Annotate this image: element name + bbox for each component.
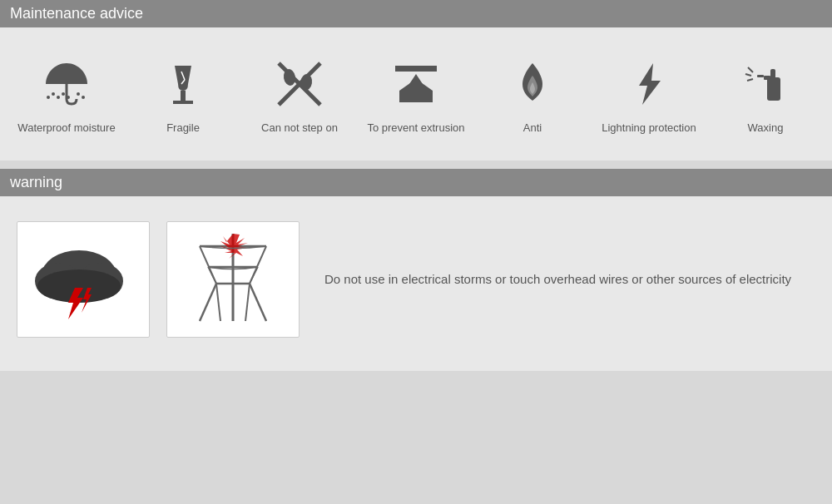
icon-item-lightning: Lightning protection [599,52,699,136]
anti-label: Anti [523,121,542,136]
warning-header: warning [0,169,832,196]
no-step-label: Can not step on [261,121,338,136]
svg-point-6 [77,92,80,96]
icon-item-anti: Anti [483,52,582,136]
svg-point-3 [47,96,50,99]
warning-section: Do not use in electrical storms or touch… [0,196,832,371]
svg-point-5 [67,96,70,99]
no-extrusion-label: To prevent extrusion [367,121,464,136]
svg-line-24 [745,74,751,76]
svg-line-23 [748,67,753,72]
svg-rect-21 [764,76,770,80]
waxing-icon [740,52,790,115]
svg-rect-22 [757,75,764,77]
fragile-icon [158,52,208,115]
icon-item-fragile: Fragile [133,52,233,136]
warning-title: warning [10,174,62,190]
svg-point-4 [62,92,65,96]
warning-text: Do not use in electrical storms or touch… [324,270,791,289]
lightning-label: Lightning protection [602,121,696,136]
lightning-icon [624,52,674,115]
svg-line-44 [245,284,250,321]
svg-point-2 [57,96,60,99]
fragile-label: Fragile [166,121,200,136]
svg-line-42 [250,284,266,321]
maintenance-title: Maintenance advice [10,5,143,22]
waterproof-icon [42,52,92,115]
icon-item-waxing: Waxing [716,52,815,136]
icons-row: Waterproof moisture Fragile [8,52,824,136]
maintenance-header: Maintenance advice [0,0,832,27]
icon-item-waterproof: Waterproof moisture [17,52,116,136]
svg-rect-9 [173,101,193,104]
warning-content: Do not use in electrical storms or touch… [17,221,815,338]
maintenance-section: Waterproof moisture Fragile [0,27,832,161]
waxing-label: Waxing [748,121,784,136]
no-extrusion-icon [391,52,441,115]
svg-line-43 [216,284,220,321]
icon-item-no-extrusion: To prevent extrusion [366,52,466,136]
waterproof-label: Waterproof moisture [17,121,115,136]
svg-rect-26 [770,69,775,79]
anti-icon [508,52,557,115]
svg-rect-8 [181,91,186,101]
tower-image [166,221,300,338]
svg-line-39 [208,267,216,284]
svg-line-25 [747,79,753,81]
storm-image [17,221,150,338]
svg-rect-16 [395,66,437,72]
svg-point-1 [52,92,55,96]
svg-rect-20 [767,77,780,101]
svg-marker-18 [399,79,433,102]
svg-marker-19 [639,63,661,105]
icon-item-no-step: Can not step on [250,52,349,136]
svg-line-41 [200,284,216,321]
no-step-icon [275,52,324,115]
svg-point-7 [82,96,85,99]
svg-line-40 [250,267,258,284]
